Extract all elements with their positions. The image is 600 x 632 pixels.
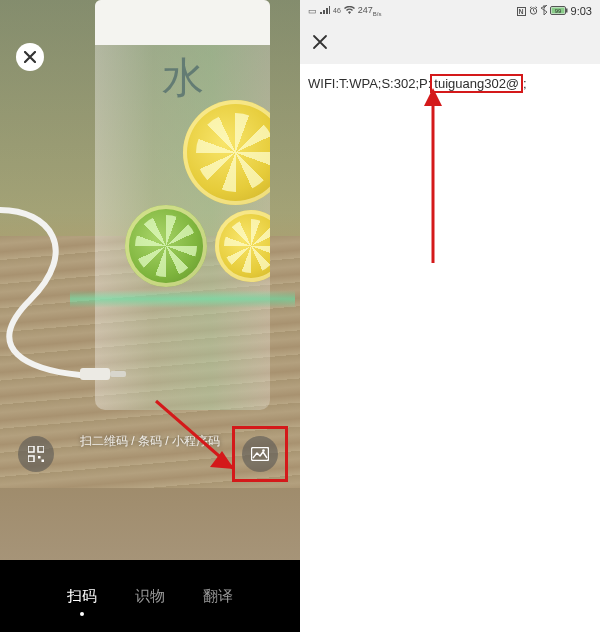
status-time: 9:03 [571,5,592,17]
close-icon [24,51,36,63]
scan-result-text: WIFI:T:WPA;S:302;P:tuiguang302@; [300,64,535,103]
close-result-button[interactable] [312,33,328,53]
tab-translate[interactable]: 翻译 [203,587,233,606]
bottle-label-char: 水 [162,50,204,106]
close-button[interactable] [16,43,44,71]
bluetooth-icon [541,5,547,17]
svg-rect-4 [28,456,34,462]
svg-rect-5 [38,456,41,459]
lime-slice [125,205,207,287]
scan-tab-bar: 扫码 识物 翻译 [0,560,300,632]
wifi-prefix: WIFI:T:WPA;S:302;P: [308,76,431,91]
battery-icon: 99 [550,6,568,17]
image-icon [251,447,269,461]
scan-hint-text: 扫二维码 / 条码 / 小程序码 [80,433,220,450]
svg-rect-13 [566,8,568,12]
gallery-button[interactable] [242,436,278,472]
result-screen: ▭ 46 247B/s N 99 9:03 [300,0,600,632]
status-bar: ▭ 46 247B/s N 99 9:03 [300,0,600,22]
lemon-slice [183,100,270,205]
svg-rect-6 [42,460,45,463]
camera-viewport: 水 扫二维码 / 条码 / 小程序码 [0,0,300,560]
tab-scan[interactable]: 扫码 [67,587,97,606]
svg-rect-7 [252,448,269,461]
wifi-suffix: ; [523,76,527,91]
bottle-object: 水 [95,0,270,410]
my-qr-button[interactable] [18,436,54,472]
signal-icon [320,6,330,16]
scan-screen: 水 扫二维码 / 条码 / 小程序码 [0,0,300,632]
wifi-icon [344,6,355,16]
alarm-icon [529,6,538,17]
nfc-icon: N [517,7,526,16]
qr-grid-icon [28,446,44,462]
lemon-slice [215,210,270,282]
wifi-highlighted-password: tuiguang302@ [430,74,523,93]
result-header [300,22,600,64]
tab-detect[interactable]: 识物 [135,587,165,606]
annotation-arrow-right [418,88,448,268]
scan-line [70,290,295,308]
svg-text:99: 99 [554,8,561,14]
close-icon [312,34,328,50]
net-speed: 247B/s [358,5,382,17]
svg-point-8 [262,449,265,452]
svg-rect-3 [38,446,44,452]
svg-rect-2 [28,446,34,452]
sim-icon: ▭ [308,6,317,16]
